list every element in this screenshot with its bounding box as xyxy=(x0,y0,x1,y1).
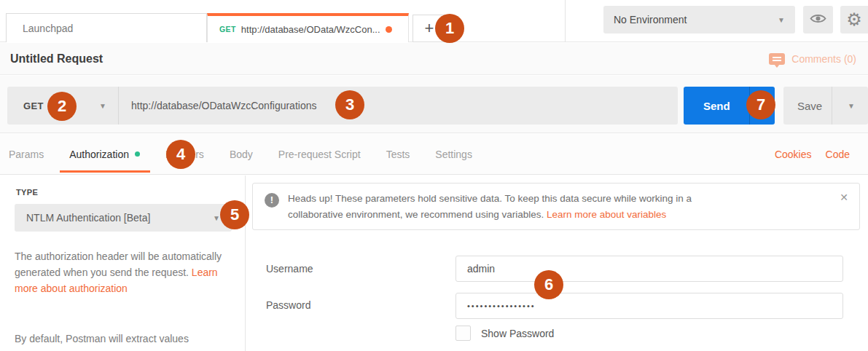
comments-button[interactable]: Comments (0) xyxy=(769,43,856,75)
send-button-label: Send xyxy=(703,100,730,112)
sensitive-data-warning: ! Heads up! These parameters hold sensit… xyxy=(252,183,860,230)
environment-label: No Environment xyxy=(614,14,687,25)
annotation-badge-5: 5 xyxy=(220,200,249,229)
code-link[interactable]: Code xyxy=(826,149,850,160)
cookies-link[interactable]: Cookies xyxy=(775,149,812,160)
type-label: TYPE xyxy=(16,188,38,197)
save-button[interactable]: Save ▼ xyxy=(783,87,868,125)
username-value: admin xyxy=(467,263,495,275)
save-button-label: Save xyxy=(797,100,822,112)
gear-icon: ⚙ xyxy=(846,11,862,28)
save-split-divider xyxy=(832,87,832,125)
tab-launchpad-label: Launchpad xyxy=(23,23,73,34)
tab-url-label: http://database/OData/WzcCon... xyxy=(241,24,380,35)
show-password-checkbox[interactable] xyxy=(455,326,471,341)
request-header-row: Untitled Request Comments (0) xyxy=(0,43,868,75)
method-label: GET xyxy=(23,100,44,111)
auth-type-value: NTLM Authentication [Beta] xyxy=(26,212,150,224)
username-label: Username xyxy=(266,263,313,275)
annotation-badge-7: 7 xyxy=(746,90,775,119)
annotation-badge-2: 2 xyxy=(47,92,77,121)
tab-authorization-label: Authorization xyxy=(69,149,129,160)
show-password-label: Show Password xyxy=(481,328,554,339)
warning-text: Heads up! These parameters hold sensitiv… xyxy=(288,191,798,223)
plus-icon: + xyxy=(425,19,434,38)
chevron-down-icon: ▼ xyxy=(99,102,106,110)
auth-footer-text: By default, Postman will extract values xyxy=(15,333,241,344)
username-input[interactable]: admin xyxy=(455,256,843,282)
auth-description-text: The authorization header will be automat… xyxy=(15,251,222,278)
topbar-divider xyxy=(565,0,566,42)
request-title: Untitled Request xyxy=(10,52,103,66)
chevron-down-icon: ▼ xyxy=(778,16,785,24)
tab-params[interactable]: Params xyxy=(9,149,44,160)
tab-body[interactable]: Body xyxy=(230,149,253,160)
tab-pre-request-script[interactable]: Pre-request Script xyxy=(278,149,361,160)
auth-type-panel: TYPE NTLM Authentication [Beta] ▼ The au… xyxy=(0,176,246,351)
auth-configured-dot-icon xyxy=(135,151,140,157)
auth-description: The authorization header will be automat… xyxy=(15,248,236,296)
unsaved-dot-icon xyxy=(386,26,392,33)
postman-app: Launchpad GET http://database/OData/WzcC… xyxy=(0,0,868,351)
settings-button[interactable]: ⚙ xyxy=(840,6,868,33)
environment-quick-look-button[interactable] xyxy=(803,6,833,33)
comments-label: Comments (0) xyxy=(791,53,856,65)
tab-method-badge: GET xyxy=(219,25,236,33)
environment-selector[interactable]: No Environment ▼ xyxy=(603,6,795,33)
url-input[interactable]: http://database/ODataWzcConfigurations xyxy=(119,100,678,111)
learn-more-variables-link[interactable]: Learn more about variables xyxy=(547,209,666,220)
warning-line2: collaborative environment, we recommend … xyxy=(288,209,547,220)
request-tabs-row: Params Authorization Headers Body Pre-re… xyxy=(0,134,868,175)
chevron-down-icon: ▼ xyxy=(213,214,220,222)
password-value: •••••••••••••••• xyxy=(467,301,536,310)
password-label: Password xyxy=(266,299,310,311)
chevron-down-icon: ▼ xyxy=(848,102,855,110)
annotation-badge-1: 1 xyxy=(435,14,464,43)
tabsrow-links: Cookies Code xyxy=(775,134,850,175)
tab-active-request[interactable]: GET http://database/OData/WzcCon... xyxy=(207,13,409,42)
comment-bubble-icon xyxy=(769,53,785,65)
tab-settings[interactable]: Settings xyxy=(435,149,472,160)
password-input[interactable]: •••••••••••••••• xyxy=(455,293,843,319)
authorization-editor: TYPE NTLM Authentication [Beta] ▼ The au… xyxy=(0,176,868,351)
annotation-badge-6: 6 xyxy=(534,270,563,299)
eye-icon xyxy=(810,13,826,27)
annotation-badge-4: 4 xyxy=(166,140,195,169)
workspace-tab-bar: Launchpad GET http://database/OData/WzcC… xyxy=(0,0,868,42)
tab-tests[interactable]: Tests xyxy=(386,149,410,160)
exclamation-icon: ! xyxy=(265,193,279,208)
tab-authorization[interactable]: Authorization xyxy=(69,149,140,160)
warning-line1: Heads up! These parameters hold sensitiv… xyxy=(288,193,692,204)
url-builder-row: GET ▼ http://database/ODataWzcConfigurat… xyxy=(0,76,868,133)
auth-type-selector[interactable]: NTLM Authentication [Beta] ▼ xyxy=(15,204,232,232)
tab-launchpad[interactable]: Launchpad xyxy=(6,13,207,42)
close-icon[interactable]: ✕ xyxy=(840,192,848,203)
annotation-badge-3: 3 xyxy=(335,90,364,119)
